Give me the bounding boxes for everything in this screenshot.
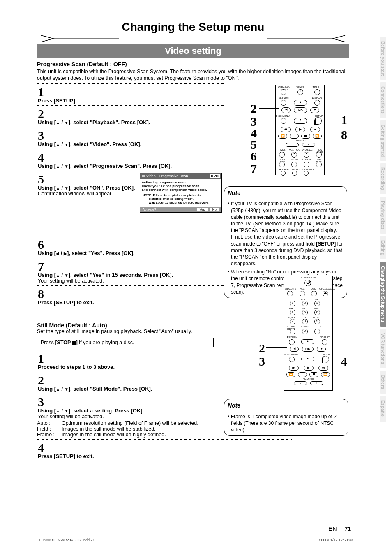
- remote-7-button[interactable]: 7: [290, 319, 295, 324]
- remote-down-button[interactable]: ▼: [301, 357, 314, 361]
- remote-2-button[interactable]: 2: [302, 301, 308, 306]
- dialog-tag: DVD: [210, 174, 220, 178]
- remote-openclose-button[interactable]: ⏏: [323, 291, 328, 296]
- remote-title-button[interactable]: [314, 329, 320, 334]
- remote-display-button[interactable]: [322, 339, 327, 345]
- step-text: Using [▲ / ▼], select "Playback". Press …: [38, 119, 226, 125]
- remote-cmskip-button[interactable]: [304, 162, 309, 167]
- src-time: 2006/01/17 17:58:33: [319, 538, 353, 542]
- remote-0-button[interactable]: 0: [297, 89, 303, 95]
- remote-stop-button[interactable]: ⏹: [309, 372, 318, 377]
- remote-pause-button[interactable]: ⏸: [298, 372, 307, 377]
- prog-step-3: 3 Using [▲ / ▼], select "Video". Press […: [37, 129, 226, 147]
- remote-slow-button[interactable]: [291, 162, 297, 167]
- remote-skipback-button[interactable]: ⏮: [289, 366, 299, 371]
- remote-left-button[interactable]: ◀: [281, 107, 291, 113]
- remote-4-button[interactable]: 4: [290, 310, 295, 315]
- yes-button[interactable]: Yes: [197, 208, 207, 211]
- remote-title-button[interactable]: [314, 89, 320, 95]
- prog-step-7: 7 Using [▲ / ▼], select "Yes" in 15 seco…: [37, 260, 226, 284]
- remote-rew-button[interactable]: ⏪: [278, 134, 287, 139]
- up-icon: ▲: [56, 164, 60, 169]
- step-number: 6: [38, 239, 226, 250]
- remote-up-button[interactable]: ▲: [294, 100, 307, 106]
- tab-changing-setup[interactable]: Changing the Setup menu: [380, 262, 386, 326]
- remote-rew-button[interactable]: ⏪: [286, 372, 295, 377]
- remote-1-button[interactable]: 1: [290, 301, 295, 306]
- down-icon: ▼: [65, 186, 69, 190]
- remote-8-button[interactable]: 8: [302, 319, 308, 324]
- callout-num-7: 7: [251, 162, 257, 176]
- remote-0-button[interactable]: 0: [302, 329, 308, 334]
- remote-clear-button[interactable]: [281, 89, 286, 95]
- remote-skipfwd-button[interactable]: ⏭: [310, 127, 320, 132]
- remote-5-button[interactable]: 5: [302, 310, 308, 315]
- remote-vcrrec-button[interactable]: ●: [291, 152, 297, 158]
- remote-dvd-button[interactable]: [311, 291, 317, 296]
- remote-ch-up-button[interactable]: +: [310, 381, 323, 385]
- remote-timerset-button[interactable]: [279, 162, 285, 167]
- remote-illustration-top: CLEAR/C-RESET SPACE TITLE 0 RETURN DISPL…: [275, 85, 325, 175]
- remote-ch-up-button[interactable]: +: [302, 143, 315, 147]
- remote-ok-button[interactable]: OK: [294, 107, 307, 113]
- remote-ch-down-button[interactable]: –: [294, 381, 307, 385]
- remote-dvdrec-button[interactable]: ●: [304, 152, 309, 158]
- tab-others[interactable]: Others: [380, 371, 386, 393]
- remote-pause-button[interactable]: ⏸: [290, 134, 299, 139]
- remote-down-button[interactable]: ▼: [294, 118, 307, 124]
- tab-espanol[interactable]: Español: [380, 396, 386, 422]
- still-prebox: Press [STOP ] if you are playing a disc.: [37, 338, 214, 347]
- remote-display-button[interactable]: [314, 100, 320, 106]
- tab-connections[interactable]: Connections: [380, 82, 386, 118]
- remote-left-button[interactable]: ◀: [290, 347, 299, 352]
- tab-vcr-functions[interactable]: VCR functions: [380, 329, 386, 368]
- remote-return-button[interactable]: [289, 339, 295, 345]
- tab-editing[interactable]: Editing: [380, 236, 386, 259]
- tab-playing-discs[interactable]: Playing discs: [380, 197, 386, 234]
- remote-9-button[interactable]: 9: [314, 319, 320, 324]
- remote-ff-button[interactable]: ⏩: [313, 134, 322, 139]
- tab-getting-started[interactable]: Getting started: [380, 120, 386, 161]
- remote-ff-button[interactable]: ⏩: [321, 372, 330, 377]
- dialog-title: Video - Progressive Scan: [146, 174, 188, 178]
- remote-illustration-bottom: STANDBY-ON ⏻ VIDEO/TV VCR DVD OPEN/CLOSE…: [284, 276, 333, 391]
- up-icon: ▲: [56, 186, 60, 190]
- remote-up-button[interactable]: ▲: [301, 339, 314, 344]
- remote-6-button[interactable]: 6: [314, 310, 320, 315]
- remote-recmode-button[interactable]: [316, 152, 322, 158]
- remote-discmenu-button[interactable]: [281, 118, 286, 124]
- remote-play-button[interactable]: ▶: [295, 127, 305, 132]
- remote-skipfwd-button[interactable]: ⏭: [318, 366, 328, 371]
- remote-play-button[interactable]: ▶: [304, 366, 314, 371]
- step-number: 4: [38, 152, 226, 163]
- remote-videotv-button[interactable]: [287, 291, 293, 296]
- remote-return-button[interactable]: [281, 100, 286, 106]
- remote-search-button[interactable]: [281, 171, 286, 176]
- remote-dubbing-button[interactable]: [304, 171, 309, 176]
- prog-step-8: 8 Press [SETUP] to exit.: [37, 287, 226, 306]
- remote-clear-button[interactable]: [290, 329, 295, 334]
- remote-ch-down-button[interactable]: –: [286, 143, 299, 147]
- remote-standby-button[interactable]: ⏻: [304, 280, 311, 286]
- tab-recording[interactable]: Recording: [380, 163, 386, 194]
- remote-setup-button[interactable]: [314, 117, 322, 125]
- tab-before-you-start[interactable]: Before you start: [380, 37, 386, 80]
- remote-3-button[interactable]: 3: [314, 301, 320, 306]
- step-subtext: Your setting will be activated.: [38, 278, 226, 284]
- no-button[interactable]: No: [210, 208, 219, 211]
- remote-vcr-button[interactable]: [300, 291, 305, 296]
- remote-ok-button[interactable]: OK: [302, 347, 314, 352]
- note-title: Note: [228, 189, 240, 197]
- step-number: 8: [38, 288, 226, 299]
- remote-right-button[interactable]: ▶: [317, 347, 326, 352]
- remote-rapid-button[interactable]: [316, 162, 322, 167]
- step-text: Using [▲ / ▼], select "Progressive Scan"…: [38, 163, 226, 169]
- remote-skipback-button[interactable]: ⏮: [281, 127, 291, 132]
- remote-timer-button[interactable]: [279, 152, 285, 158]
- remote-discmenu-button[interactable]: [289, 357, 295, 362]
- remote-setup-button[interactable]: [322, 356, 329, 363]
- remote-audio-button[interactable]: [292, 171, 297, 176]
- remote-right-button[interactable]: ▶: [310, 107, 319, 113]
- remote-stop-button[interactable]: ⏹: [301, 134, 310, 139]
- prog-step-5: 5 Using [▲ / ▼], select "ON". Press [OK]…: [37, 173, 226, 234]
